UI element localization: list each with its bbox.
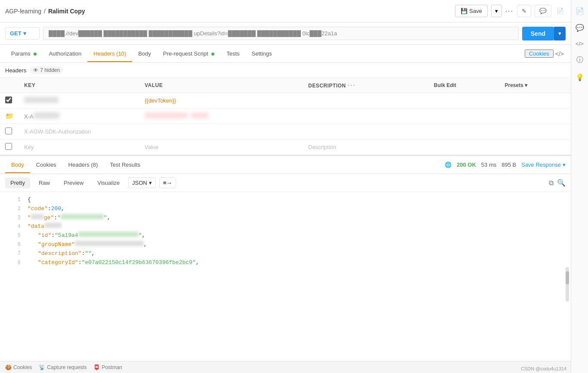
col-header-value: VALUE — [139, 78, 303, 93]
method-label: GET — [10, 30, 22, 37]
hidden-headers-badge: 👁 7 hidden — [30, 66, 63, 74]
sidebar-code-icon[interactable]: </> — [572, 37, 587, 50]
row1-desc[interactable] — [303, 93, 429, 109]
url-text: ████.//dev██████ ███████████ ███████████… — [49, 30, 337, 37]
row1-value[interactable]: {{devToken}} — [145, 97, 176, 104]
project-link[interactable]: AGP-learning — [5, 8, 41, 15]
presets-button[interactable]: Presets ▾ — [505, 82, 527, 88]
method-dropdown-arrow: ▾ — [23, 30, 26, 37]
json-format-arrow: ▾ — [149, 180, 152, 186]
json-line-4: 4 "data — [0, 222, 571, 231]
response-tab-testresults[interactable]: Test Results — [104, 157, 146, 173]
col-header-bulk: Bulk Edit — [429, 78, 500, 93]
eye-icon: 👁 — [33, 67, 38, 73]
presets-arrow: ▾ — [525, 82, 527, 88]
row4-key-placeholder[interactable]: Key — [24, 144, 34, 150]
row2-key[interactable]: X-A — [24, 113, 59, 120]
headers-table: KEY VALUE DESCRIPTION ··· Bulk Edit P — [0, 78, 571, 155]
json-line-2: 2 "code": 200, — [0, 205, 571, 214]
tab-params[interactable]: Params — [5, 46, 43, 62]
tab-body[interactable]: Body — [132, 46, 157, 62]
json-line-1: 1 { — [0, 196, 571, 205]
save-button[interactable]: 💾 Save — [455, 5, 488, 17]
row2-desc[interactable] — [303, 109, 429, 124]
row3-desc[interactable] — [303, 124, 429, 140]
response-tab-cookies[interactable]: Cookies — [30, 157, 62, 173]
save-icon: 💾 — [461, 8, 467, 14]
row1-checkbox[interactable] — [5, 96, 12, 103]
edit-icon-button[interactable]: ✎ — [517, 5, 531, 17]
format-tab-visualize[interactable]: Visualize — [92, 177, 125, 188]
breadcrumb-separator: / — [44, 8, 46, 15]
json-viewer[interactable]: 1 { 2 "code": 200, 3 "ge": "", 4 "data 5… — [0, 192, 571, 291]
response-tabs: Body Cookies Headers (8) Test Results 🌐 … — [0, 156, 571, 174]
cookies-link[interactable]: Cookies — [525, 50, 554, 58]
sidebar-doc-icon[interactable]: 📄 — [572, 3, 588, 19]
table-row: Key Value Description — [0, 140, 571, 155]
send-button[interactable]: Send — [522, 27, 554, 40]
row1-key[interactable] — [24, 98, 59, 104]
table-row: {{devToken}} — [0, 93, 571, 109]
response-tab-headers[interactable]: Headers (8) — [62, 157, 104, 173]
tab-headers[interactable]: Headers (10) — [87, 46, 132, 62]
row4-desc-placeholder[interactable]: Description — [308, 144, 336, 150]
right-sidebar: 📄 💬 </> ⓘ 💡 — [571, 0, 588, 291]
save-dropdown-button[interactable]: ▾ — [491, 5, 502, 17]
file-icon: 📁 — [5, 112, 14, 120]
params-dot — [34, 53, 37, 56]
current-request: Ralimit Copy — [48, 8, 85, 15]
row3-checkbox[interactable] — [5, 127, 12, 134]
response-size: 895 B — [501, 162, 516, 168]
more-options-button[interactable]: ··· — [505, 7, 514, 15]
json-line-8: 8 "categoryId": "e07a022150c14f29b636703… — [0, 258, 571, 267]
response-tab-body[interactable]: Body — [5, 157, 30, 173]
format-tab-raw[interactable]: Raw — [34, 177, 55, 188]
method-selector[interactable]: GET ▾ — [5, 27, 40, 40]
tab-authorization[interactable]: Authorization — [43, 46, 87, 62]
copy-button[interactable]: ⧉ — [549, 179, 554, 187]
bulk-edit-button[interactable]: Bulk Edit — [434, 82, 456, 88]
breadcrumb: AGP-learning / Ralimit Copy — [5, 8, 85, 15]
wrap-button[interactable]: ≡→ — [159, 177, 176, 188]
url-input[interactable]: ████.//dev██████ ███████████ ███████████… — [43, 27, 519, 40]
save-response-button[interactable]: Save Response ▾ — [521, 162, 566, 168]
json-line-5: 5 "id": "5a19a4", — [0, 231, 571, 240]
table-row: 📁 X-A — [0, 109, 571, 124]
response-time: 53 ms — [481, 162, 496, 168]
tab-settings[interactable]: Settings — [246, 46, 278, 62]
col-header-key: KEY — [19, 78, 139, 93]
response-status: 🌐 200 OK 53 ms 895 B Save Response ▾ — [445, 162, 566, 168]
tab-prerequest[interactable]: Pre-request Script — [157, 46, 220, 62]
tab-tests[interactable]: Tests — [220, 46, 245, 62]
status-code: 200 OK — [457, 162, 476, 168]
save-response-arrow: ▾ — [563, 162, 566, 168]
row4-value-placeholder[interactable]: Value — [145, 144, 158, 150]
json-line-6: 6 "groupName", — [0, 240, 571, 249]
sidebar-info-icon[interactable]: ⓘ — [573, 52, 587, 68]
col-more-button[interactable]: ··· — [347, 81, 356, 89]
headers-section-title: Headers — [5, 67, 26, 74]
table-row: X-AGW-SDK-Authorization — [0, 124, 571, 140]
col-header-description: DESCRIPTION ··· — [303, 78, 429, 93]
doc-icon-button[interactable]: 📄 — [555, 6, 566, 16]
row3-key[interactable]: X-AGW-SDK-Authorization — [24, 128, 91, 135]
format-tab-preview[interactable]: Preview — [59, 177, 89, 188]
json-format-select[interactable]: JSON ▾ — [128, 177, 156, 188]
row2-value[interactable] — [145, 113, 208, 120]
row4-checkbox[interactable] — [5, 143, 12, 150]
format-tab-pretty[interactable]: Pretty — [5, 177, 30, 188]
format-bar: Pretty Raw Preview Visualize JSON ▾ ≡→ ⧉… — [0, 174, 571, 192]
send-dropdown-button[interactable]: ▾ — [554, 27, 566, 40]
col-header-presets: Presets ▾ — [500, 78, 571, 93]
json-line-7: 7 "description": "", — [0, 249, 571, 258]
scroll-indicator[interactable] — [566, 267, 569, 291]
search-button[interactable]: 🔍 — [557, 179, 566, 187]
globe-icon: 🌐 — [445, 162, 452, 168]
code-view-button[interactable]: </> — [554, 49, 566, 59]
sidebar-comment-icon[interactable]: 💬 — [572, 20, 588, 35]
sidebar-bulb-icon[interactable]: 💡 — [572, 70, 588, 85]
json-line-3: 3 "ge": "", — [0, 214, 571, 223]
prerequest-dot — [211, 53, 214, 56]
comment-icon-button[interactable]: 💬 — [535, 5, 551, 17]
request-tabs: Params Authorization Headers (10) Body P… — [0, 45, 571, 63]
